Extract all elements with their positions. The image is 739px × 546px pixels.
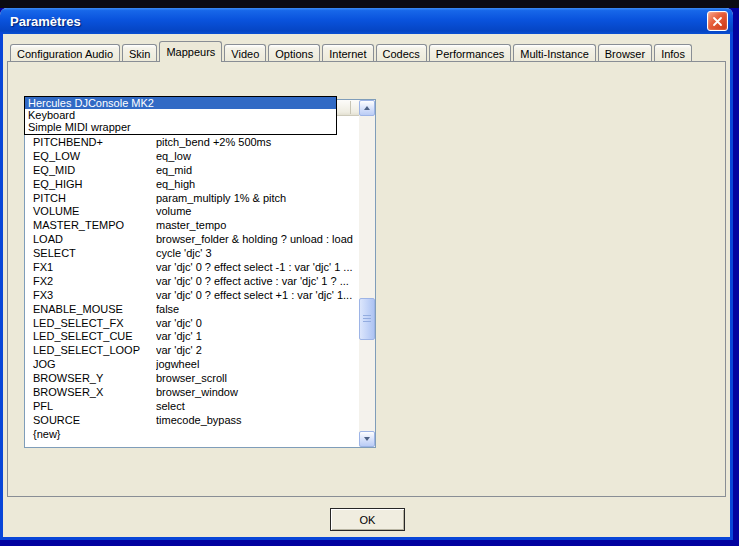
tab-video[interactable]: Video — [224, 44, 266, 62]
scroll-up-button[interactable] — [359, 100, 375, 116]
mapping-key: BROWSER_X — [25, 386, 156, 398]
tab-label: Internet — [329, 48, 366, 60]
table-row[interactable]: FX2var 'djc' 0 ? effect active : var 'dj… — [25, 274, 359, 288]
thumb-grip-icon — [363, 315, 371, 324]
tab-internet[interactable]: Internet — [322, 44, 373, 62]
tab-configuration-audio[interactable]: Configuration Audio — [10, 44, 120, 62]
table-row[interactable]: ENABLE_MOUSEfalse — [25, 302, 359, 316]
mapping-action: eq_high — [156, 178, 359, 190]
mapping-action: var 'djc' 1 — [156, 330, 359, 342]
mapping-listview[interactable]: PITCHBEND+pitch_bend +2% 500ms EQ_LOWeq_… — [24, 99, 376, 448]
tab-mappeurs[interactable]: Mappeurs — [159, 41, 222, 62]
mapping-key: LOAD — [25, 233, 156, 245]
mapping-key: FX3 — [25, 289, 156, 301]
parametres-dialog: Paramètres Configuration Audio Skin Mapp… — [0, 8, 733, 540]
mapping-action: browser_window — [156, 386, 359, 398]
popup-option-simple-midi[interactable]: Simple MIDI wrapper — [25, 121, 336, 133]
mapping-action: pitch_bend +2% 500ms — [156, 136, 359, 148]
table-row[interactable]: LOADbrowser_folder & holding ? unload : … — [25, 232, 359, 246]
popup-option-hercules[interactable]: Hercules DJConsole MK2 — [25, 97, 336, 109]
table-row[interactable]: EQ_HIGHeq_high — [25, 177, 359, 191]
tab-performances[interactable]: Performances — [429, 44, 511, 62]
mapping-action: var 'djc' 0 — [156, 317, 359, 329]
tab-label: Skin — [129, 48, 150, 60]
mapping-action: cycle 'djc' 3 — [156, 247, 359, 259]
ok-label: OK — [360, 514, 376, 526]
table-row[interactable]: PITCHparam_multiply 1% & pitch — [25, 191, 359, 205]
list-scrollbar[interactable] — [359, 100, 375, 447]
mapping-key: JOG — [25, 358, 156, 370]
mapping-action: browser_folder & holding ? unload : load — [156, 233, 359, 245]
mapping-key: MASTER_TEMPO — [25, 219, 156, 231]
table-row[interactable]: LED_SELECT_LOOPvar 'djc' 2 — [25, 343, 359, 357]
tab-label: Configuration Audio — [17, 48, 113, 60]
mapping-action: browser_scroll — [156, 372, 359, 384]
mapping-action: var 'djc' 2 — [156, 344, 359, 356]
table-row[interactable]: EQ_LOWeq_low — [25, 149, 359, 163]
table-row[interactable]: FX3var 'djc' 0 ? effect select +1 : var … — [25, 288, 359, 302]
mapping-key: LED_SELECT_LOOP — [25, 344, 156, 356]
tab-multi-instance[interactable]: Multi-Instance — [513, 44, 595, 62]
table-row[interactable]: SELECTcycle 'djc' 3 — [25, 246, 359, 260]
window-border-bottom — [0, 537, 733, 540]
mapping-key: PITCH — [25, 192, 156, 204]
mapping-action: timecode_bypass — [156, 414, 359, 426]
table-row[interactable]: PFLselect — [25, 399, 359, 413]
mapping-key: EQ_MID — [25, 164, 156, 176]
tab-label: Multi-Instance — [520, 48, 588, 60]
column-divider[interactable] — [350, 101, 351, 114]
mapper-combobox-popup: Hercules DJConsole MK2 Keyboard Simple M… — [24, 96, 337, 135]
table-row[interactable]: FX1var 'djc' 0 ? effect select -1 : var … — [25, 260, 359, 274]
mapping-action: eq_mid — [156, 164, 359, 176]
tab-label: Codecs — [383, 48, 420, 60]
mapping-action: volume — [156, 205, 359, 217]
window-border-right — [730, 32, 733, 540]
table-row[interactable]: SOURCEtimecode_bypass — [25, 413, 359, 427]
scroll-down-button[interactable] — [359, 431, 375, 447]
mapping-key: EQ_HIGH — [25, 178, 156, 190]
tab-label: Browser — [605, 48, 645, 60]
mapping-key: EQ_LOW — [25, 150, 156, 162]
mapping-key: SELECT — [25, 247, 156, 259]
chevron-up-icon — [364, 106, 370, 110]
mapping-action: var 'djc' 0 ? effect active : var 'djc' … — [156, 275, 359, 287]
mapping-action: var 'djc' 0 ? effect select -1 : var 'dj… — [156, 261, 359, 273]
table-row-new[interactable]: {new} — [25, 427, 359, 441]
table-row[interactable]: BROWSER_Xbrowser_window — [25, 385, 359, 399]
tab-options[interactable]: Options — [268, 44, 320, 62]
tab-codecs[interactable]: Codecs — [376, 44, 427, 62]
table-row[interactable]: LED_SELECT_CUEvar 'djc' 1 — [25, 329, 359, 343]
mapping-action: var 'djc' 0 ? effect select +1 : var 'dj… — [156, 289, 359, 301]
mapping-key: LED_SELECT_FX — [25, 317, 156, 329]
mapping-key: FX2 — [25, 275, 156, 287]
mapping-action: eq_low — [156, 150, 359, 162]
tab-infos[interactable]: Infos — [654, 44, 692, 62]
popup-option-keyboard[interactable]: Keyboard — [25, 109, 336, 121]
table-row[interactable]: EQ_MIDeq_mid — [25, 163, 359, 177]
tab-label: Infos — [661, 48, 685, 60]
mapping-key: PITCHBEND+ — [25, 136, 156, 148]
table-row[interactable]: VOLUMEvolume — [25, 204, 359, 218]
mapping-key: {new} — [25, 428, 156, 440]
window-title: Paramètres — [0, 14, 81, 29]
table-row[interactable]: BROWSER_Ybrowser_scroll — [25, 371, 359, 385]
table-row[interactable]: MASTER_TEMPOmaster_tempo — [25, 218, 359, 232]
close-icon — [712, 16, 723, 27]
background-app-strip — [0, 0, 739, 8]
mapping-action: select — [156, 400, 359, 412]
table-row[interactable]: JOGjogwheel — [25, 357, 359, 371]
table-row[interactable]: PITCHBEND+pitch_bend +2% 500ms — [25, 135, 359, 149]
tab-label: Performances — [436, 48, 504, 60]
tab-browser[interactable]: Browser — [598, 44, 652, 62]
scrollbar-thumb[interactable] — [359, 298, 375, 340]
tab-skin[interactable]: Skin — [122, 44, 157, 62]
close-button[interactable] — [707, 11, 728, 31]
tab-strip: Configuration Audio Skin Mappeurs Video … — [10, 41, 694, 62]
table-row[interactable]: LED_SELECT_FXvar 'djc' 0 — [25, 316, 359, 330]
window-border-left — [0, 32, 3, 540]
mapping-key: FX1 — [25, 261, 156, 273]
title-bar[interactable]: Paramètres — [0, 8, 733, 34]
ok-button[interactable]: OK — [330, 508, 405, 531]
tab-label: Video — [231, 48, 259, 60]
mapping-action: false — [156, 303, 359, 315]
